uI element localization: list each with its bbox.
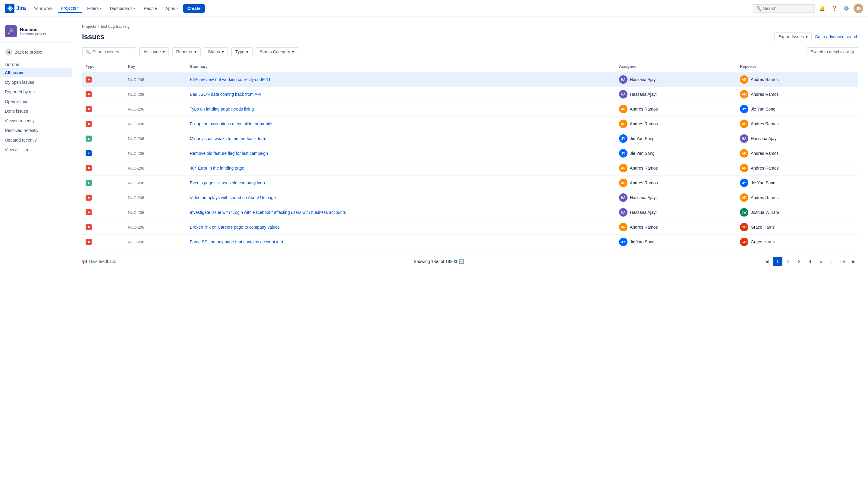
- sidebar-item-done-issues[interactable]: Done issues: [0, 106, 72, 116]
- table-row[interactable]: ■ NUC-206 Bad JSON data coming back from…: [82, 87, 858, 102]
- table-row[interactable]: ■ NUC-206 Fix up the navigations menu sl…: [82, 117, 858, 131]
- issue-summary[interactable]: Broken link on Careers page to company v…: [190, 225, 280, 230]
- refresh-icon[interactable]: 🔄: [459, 259, 464, 264]
- table-row[interactable]: ■ NUC-206 Typo on landing page needs fix…: [82, 102, 858, 117]
- issue-type-icon: ■: [86, 106, 92, 112]
- col-key[interactable]: Key: [124, 61, 186, 72]
- sidebar-item-view-all-filters[interactable]: View all filters: [0, 145, 72, 154]
- table-row[interactable]: ■ NUC-206 Force SSL on any page that con…: [82, 235, 858, 249]
- issue-type-icon: ▲: [86, 180, 92, 186]
- breadcrumb-projects[interactable]: Projects: [82, 24, 96, 28]
- issue-summary[interactable]: Video autoplays with sound on About Us p…: [190, 195, 276, 200]
- issue-summary[interactable]: 404 Error in the landing page: [190, 166, 244, 170]
- issue-summary[interactable]: Fix up the navigations menu slide for mo…: [190, 121, 272, 126]
- issue-summary[interactable]: Remove old feature flag for last campaig…: [190, 151, 268, 156]
- assignee-name: Andres Ramos: [630, 180, 658, 185]
- next-page-button[interactable]: ▶: [849, 256, 858, 266]
- reporter-filter-button[interactable]: Reporter ▾: [172, 47, 201, 56]
- nav-projects[interactable]: Projects ▾: [58, 4, 82, 13]
- table-row[interactable]: ▲ NUC-206 Events page still uses old com…: [82, 176, 858, 190]
- col-type[interactable]: Type: [82, 61, 124, 72]
- nav-filters[interactable]: Filters ▾: [84, 4, 104, 13]
- reporter-cell: JY Jie Yan Song: [740, 105, 855, 113]
- assignee-avatar: AR: [619, 119, 627, 128]
- status-filter-button[interactable]: Status ▾: [204, 47, 228, 56]
- sidebar-item-resolved-recently[interactable]: Resolved recently: [0, 126, 72, 135]
- reporter-avatar: HA: [740, 134, 749, 143]
- search-input[interactable]: [763, 6, 811, 11]
- sidebar-item-open-issues[interactable]: Open issues: [0, 97, 72, 106]
- pagination: 📢 Give feedback Showing 1-50 of 18203 🔄 …: [82, 252, 858, 271]
- sidebar-item-my-open-issues[interactable]: My open issues: [0, 77, 72, 87]
- reporter-avatar: GH: [740, 238, 749, 246]
- col-assignee[interactable]: Assignee: [615, 61, 736, 72]
- filters-chevron-icon: ▾: [100, 7, 101, 10]
- page-2-button[interactable]: 2: [783, 256, 793, 266]
- advanced-search-link[interactable]: Go to advanced search: [815, 34, 858, 39]
- nav-people[interactable]: People: [141, 4, 160, 13]
- table-row[interactable]: ■ NUC-206 Broken link on Careers page to…: [82, 220, 858, 235]
- detail-view-button[interactable]: Switch to detail view ⊞: [807, 47, 858, 56]
- issue-summary[interactable]: Bad JSON data coming back from API: [190, 92, 261, 97]
- issue-key: NUC-206: [124, 235, 186, 249]
- sidebar-item-updated-recently[interactable]: Updated recently: [0, 135, 72, 145]
- reporter-avatar: JY: [740, 178, 749, 187]
- main-layout: 🚀 Nucleus Software project ◀ Back to pro…: [0, 17, 868, 494]
- create-button[interactable]: Create: [183, 4, 205, 13]
- jira-logo[interactable]: Jira: [5, 4, 26, 13]
- breadcrumb-test-bug-tracking[interactable]: test bug tracking: [101, 24, 130, 28]
- page-54-button[interactable]: 54: [838, 256, 848, 266]
- assignee-cell: AR Andres Ramos: [619, 164, 733, 172]
- issue-summary[interactable]: Typo on landing page needs fixing: [190, 107, 254, 111]
- pagination-info: Showing 1-50 of 18203 🔄: [414, 259, 464, 264]
- status-category-filter-button[interactable]: Status Category ▾: [256, 47, 298, 56]
- issue-summary[interactable]: Force SSL on any page that contains acco…: [190, 240, 283, 244]
- export-issues-button[interactable]: Export Issues ▾: [774, 32, 812, 41]
- issue-type-icon: ■: [86, 165, 92, 171]
- assignee-cell: HA Hassana Ajayi: [619, 208, 733, 216]
- table-row[interactable]: ■ NUC-206 Video autoplays with sound on …: [82, 190, 858, 205]
- nav-dashboards[interactable]: Dashboards ▾: [107, 4, 138, 13]
- page-4-button[interactable]: 4: [805, 256, 815, 266]
- assignee-avatar: HA: [619, 208, 627, 216]
- col-summary[interactable]: Summary: [186, 61, 615, 72]
- reporter-cell: HA Hassana Ajayi: [740, 134, 855, 143]
- reporter-cell: JW Joshua William: [740, 208, 855, 216]
- table-row[interactable]: ▲ NUC-206 Minor visual tweaks to the fee…: [82, 131, 858, 146]
- assignee-cell: AR Andres Ramos: [619, 178, 733, 187]
- sidebar-item-reported-by-me[interactable]: Reported by me: [0, 87, 72, 97]
- sidebar-item-viewed-recently[interactable]: Viewed recently: [0, 116, 72, 126]
- reporter-name: Joshua William: [751, 210, 779, 215]
- issue-summary[interactable]: Events page still uses old company logo: [190, 180, 265, 185]
- search-issues-wrap[interactable]: 🔍: [82, 47, 136, 56]
- table-row[interactable]: ■ NUC-206 PDF preview not working correc…: [82, 72, 858, 87]
- issue-summary[interactable]: PDF preview not working correctly on IE …: [190, 77, 271, 82]
- search-issues-input[interactable]: [93, 50, 129, 54]
- issue-summary[interactable]: Investigate issue with "Login with Faceb…: [190, 210, 346, 215]
- back-to-project[interactable]: ◀ Back to project: [0, 46, 72, 58]
- page-1-button[interactable]: 1: [773, 256, 782, 266]
- help-button[interactable]: ❓: [829, 4, 839, 13]
- feedback-button[interactable]: 📢 Give feedback: [82, 259, 116, 264]
- search-icon: 🔍: [756, 6, 761, 11]
- issue-type-icon: ■: [86, 121, 92, 127]
- settings-button[interactable]: ⚙️: [842, 4, 851, 13]
- nav-apps[interactable]: Apps ▾: [163, 4, 181, 13]
- page-5-button[interactable]: 5: [816, 256, 826, 266]
- issue-summary[interactable]: Minor visual tweaks to the feedback form: [190, 136, 266, 141]
- type-filter-button[interactable]: Type ▾: [231, 47, 253, 56]
- table-row[interactable]: ✓ NUC-206 Remove old feature flag for la…: [82, 146, 858, 161]
- table-row[interactable]: ■ NUC-206 404 Error in the landing page …: [82, 161, 858, 176]
- col-reporter[interactable]: Reporter: [736, 61, 858, 72]
- page-3-button[interactable]: 3: [794, 256, 804, 266]
- sidebar-item-all-issues[interactable]: All issues: [0, 68, 72, 77]
- table-row[interactable]: ■ NUC-206 Investigate issue with "Login …: [82, 205, 858, 220]
- prev-page-button[interactable]: ◀: [762, 256, 772, 266]
- global-search[interactable]: 🔍: [753, 4, 815, 13]
- user-avatar[interactable]: JD: [853, 4, 863, 13]
- notifications-button[interactable]: 🔔: [817, 4, 827, 13]
- reporter-cell: JY Jie Yan Song: [740, 178, 855, 187]
- assignee-filter-button[interactable]: Assignee ▾: [139, 47, 169, 56]
- nav-your-work[interactable]: Your work: [31, 4, 55, 13]
- issue-key: NUC-206: [124, 117, 186, 131]
